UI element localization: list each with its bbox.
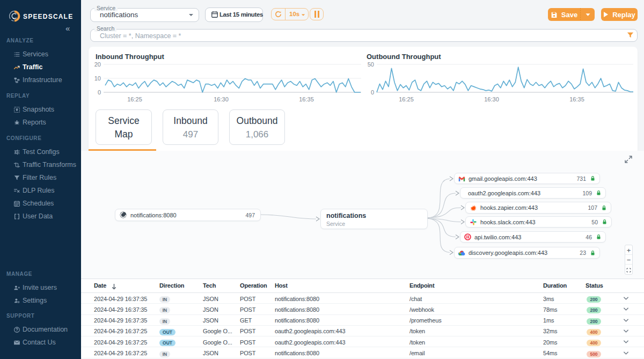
svg-text:16:30: 16:30 (214, 96, 229, 102)
svg-text:16:30: 16:30 (484, 96, 499, 102)
svg-text:16:35: 16:35 (569, 96, 584, 102)
svg-text:50: 50 (368, 61, 374, 68)
svg-text:20: 20 (94, 61, 101, 68)
svg-text:0: 0 (371, 89, 374, 96)
svg-text:0: 0 (98, 89, 101, 96)
svg-text:16:25: 16:25 (127, 96, 142, 102)
svg-text:16:25: 16:25 (399, 96, 414, 102)
svg-text:16:35: 16:35 (299, 96, 314, 102)
svg-text:10: 10 (94, 75, 101, 82)
